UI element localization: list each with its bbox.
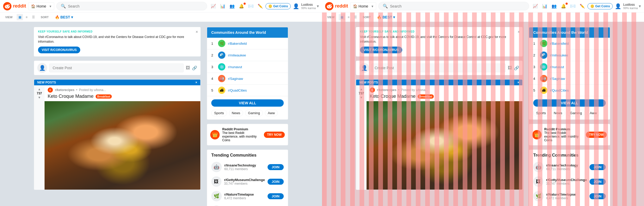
right-sports-tag[interactable]: Sports: [533, 110, 549, 116]
right-subreddit-link[interactable]: r/ketorecipes: [377, 88, 397, 92]
home-button[interactable]: 🏠 Home ▾: [28, 2, 54, 10]
right-communities-icon[interactable]: 👥: [550, 2, 558, 10]
right-join-button-2[interactable]: JOIN: [590, 179, 606, 185]
right-reddit-logo[interactable]: reddit: [325, 2, 348, 10]
right-join-button-1[interactable]: JOIN: [590, 164, 606, 170]
get-coins-button[interactable]: 🪙 Get Coins: [265, 3, 291, 9]
communities-icon[interactable]: 👥: [228, 2, 236, 10]
community-item-3[interactable]: 3 ❄️ r/nunavut: [207, 61, 288, 73]
right-chat-icon[interactable]: ✉️: [569, 2, 577, 10]
join-button-1[interactable]: JOIN: [268, 164, 284, 170]
search-input[interactable]: [68, 4, 203, 8]
right-community-item-5[interactable]: 5 🏙 r/QuadCities: [529, 85, 610, 96]
right-trending-name-2[interactable]: r/GettyMuseumChallenge: [546, 178, 587, 182]
right-upvote-icon[interactable]: ▲: [360, 87, 363, 91]
right-trending-icon[interactable]: 📈: [531, 2, 540, 10]
right-card-view-button[interactable]: ▦: [339, 14, 345, 20]
right-gaming-tag[interactable]: Gaming: [567, 110, 585, 116]
chat-icon[interactable]: ✉️: [247, 2, 255, 10]
news-tag[interactable]: News: [229, 110, 243, 116]
right-home-button[interactable]: 🏠 Home ▾: [350, 2, 376, 10]
right-community-item-2[interactable]: 2 🌊 r/milwaukee: [529, 49, 610, 61]
gaming-tag[interactable]: Gaming: [245, 110, 263, 116]
visit-coronavirus-button[interactable]: VISIT R/CORONAVIRUS: [38, 47, 80, 53]
right-community-item-3[interactable]: 3 ❄️ r/nunavut: [529, 61, 610, 73]
sports-tag[interactable]: Sports: [211, 110, 227, 116]
right-community-name-5[interactable]: r/QuadCities: [550, 88, 569, 92]
right-community-name-2[interactable]: r/milwaukee: [550, 53, 568, 57]
community-item-4[interactable]: 4 🏭 r/Saginaw: [207, 73, 288, 85]
right-post-flair[interactable]: Breakfast: [418, 94, 434, 99]
right-classic-view-button[interactable]: ☰: [352, 14, 358, 20]
downvote-icon[interactable]: ▼: [38, 96, 41, 99]
right-community-name-1[interactable]: r/Bakersfield: [550, 42, 569, 46]
right-search-input[interactable]: [390, 4, 525, 8]
sort-button[interactable]: 🔥 BEST ▾: [53, 14, 75, 20]
right-aww-tag[interactable]: Aww: [587, 110, 600, 116]
close-banner-button[interactable]: ×: [196, 30, 198, 34]
user-info[interactable]: Lustloss 99% karma: [301, 3, 316, 10]
new-posts-banner[interactable]: NEW POSTS ×: [34, 80, 200, 85]
user-chevron-icon[interactable]: ▾: [317, 4, 319, 9]
community-name-4[interactable]: r/Saginaw: [228, 77, 243, 81]
community-name-1[interactable]: r/Bakersfield: [228, 42, 247, 46]
trending-name-3[interactable]: r/NatureTimelapse: [224, 192, 265, 196]
right-user-avatar-icon[interactable]: 👤: [614, 2, 622, 10]
chart-icon[interactable]: 📊: [219, 2, 227, 10]
search-bar[interactable]: 🔍: [56, 2, 207, 10]
right-community-name-4[interactable]: r/Saginaw: [550, 77, 565, 81]
classic-view-button[interactable]: ☰: [30, 14, 36, 20]
right-chart-icon[interactable]: 📊: [541, 2, 549, 10]
community-name-5[interactable]: r/QuadCities: [228, 88, 247, 92]
reddit-logo[interactable]: reddit: [3, 2, 26, 10]
trending-name-1[interactable]: r/InsaneTechnology: [224, 163, 265, 167]
try-now-button[interactable]: TRY NOW: [264, 132, 285, 138]
right-user-info[interactable]: Lustloss 99% karma: [623, 3, 638, 10]
compact-view-button[interactable]: ≡: [23, 14, 30, 20]
right-new-posts-banner[interactable]: NEW POSTS ×: [356, 80, 522, 85]
aww-tag[interactable]: Aww: [265, 110, 278, 116]
user-avatar-icon[interactable]: 👤: [292, 2, 300, 10]
community-name-3[interactable]: r/nunavut: [228, 65, 242, 69]
right-community-item-4[interactable]: 4 🏭 r/Saginaw: [529, 73, 610, 85]
trending-name-2[interactable]: r/GettyMuseumChallenge: [224, 178, 265, 182]
right-trending-name-3[interactable]: r/NatureTimelapse: [546, 192, 587, 196]
image-upload-icon[interactable]: 🖼: [186, 66, 190, 70]
card-view-button[interactable]: ▦: [17, 14, 23, 20]
create-post-input[interactable]: [49, 63, 184, 72]
right-link-icon[interactable]: 🔗: [514, 66, 519, 70]
right-view-all-button[interactable]: VIEW ALL: [533, 99, 606, 107]
right-new-posts-close-icon[interactable]: ×: [517, 81, 519, 84]
new-posts-close-icon[interactable]: ×: [195, 81, 197, 84]
right-news-tag[interactable]: News: [551, 110, 565, 116]
right-get-coins-button[interactable]: 🪙 Get Coins: [587, 3, 613, 9]
right-search-bar[interactable]: 🔍: [378, 2, 529, 10]
community-item-2[interactable]: 2 🌊 r/milwaukee: [207, 49, 288, 61]
right-pencil-icon[interactable]: ✏️: [578, 2, 586, 10]
right-user-chevron-icon[interactable]: ▾: [639, 4, 641, 9]
post-flair[interactable]: Breakfast: [96, 94, 112, 99]
view-all-button[interactable]: VIEW ALL: [211, 99, 284, 107]
join-button-2[interactable]: JOIN: [268, 179, 284, 185]
subreddit-link[interactable]: r/ketorecipes: [55, 88, 75, 92]
right-visit-coronavirus-button[interactable]: VISIT R/CORONAVIRUS: [360, 47, 402, 53]
right-try-now-button[interactable]: TRY NOW: [586, 132, 607, 138]
right-create-post-input[interactable]: [371, 63, 506, 72]
right-community-item-1[interactable]: 1 🌿 r/Bakersfield: [529, 38, 610, 49]
community-name-2[interactable]: r/milwaukee: [228, 53, 246, 57]
community-item-1[interactable]: 1 🌿 r/Bakersfield: [207, 38, 288, 49]
join-button-3[interactable]: JOIN: [268, 193, 284, 199]
link-icon[interactable]: 🔗: [192, 66, 197, 70]
trending-icon[interactable]: 📈: [209, 2, 218, 10]
right-close-banner-button[interactable]: ×: [518, 30, 520, 34]
right-compact-view-button[interactable]: ≡: [345, 14, 352, 20]
pencil-icon[interactable]: ✏️: [256, 2, 264, 10]
right-join-button-3[interactable]: JOIN: [590, 193, 606, 199]
right-image-upload-icon[interactable]: 🖼: [508, 66, 512, 70]
upvote-icon[interactable]: ▲: [38, 87, 41, 91]
right-sort-button[interactable]: 🔥 BEST ▾: [375, 14, 397, 20]
right-downvote-icon[interactable]: ▼: [360, 96, 363, 99]
community-item-5[interactable]: 5 🏙 r/QuadCities: [207, 85, 288, 96]
right-trending-name-1[interactable]: r/InsaneTechnology: [546, 163, 587, 167]
right-community-name-3[interactable]: r/nunavut: [550, 65, 564, 69]
